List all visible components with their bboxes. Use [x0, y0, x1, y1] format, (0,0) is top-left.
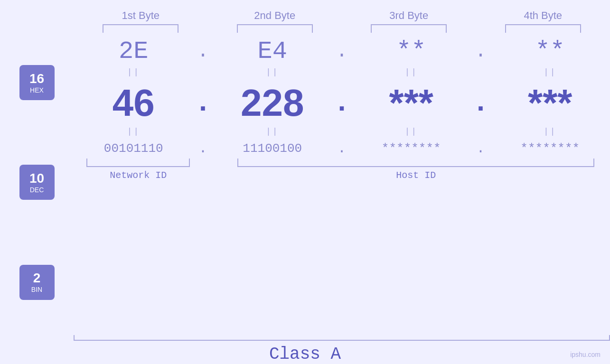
byte-headers: 1st Byte 2nd Byte 3rd Byte 4th Byte: [0, 9, 610, 22]
parallel-7: ||: [404, 127, 418, 136]
badges-column: 16 HEX 10 DEC 2 BIN: [0, 33, 74, 332]
dec-b2-cell: 228: [213, 81, 333, 125]
host-bracket-line: [237, 159, 594, 167]
bracket-cell-1: [74, 24, 208, 33]
bottom-bracket-row: [74, 159, 610, 167]
bin-b3: ********: [382, 141, 441, 156]
hex-b1: 2E: [119, 37, 148, 65]
dec-b4-cell: ***: [490, 81, 610, 125]
hex-badge-label: HEX: [30, 86, 44, 94]
bin-badge-label: BIN: [31, 286, 42, 293]
label-gap: [203, 170, 222, 181]
overall-bracket: [74, 335, 610, 341]
dec-b3-cell: ***: [351, 81, 471, 125]
parallel-1: ||: [127, 67, 140, 77]
hex-row: 2E . E4 . ** . **: [74, 37, 610, 65]
parallel-4: ||: [544, 67, 557, 77]
byte2-header: 2nd Byte: [208, 9, 342, 22]
bracket-line-1: [103, 24, 178, 33]
dec-row: 46 . 228 . *** . ***: [74, 81, 610, 125]
overall-bracket-wrapper: [0, 335, 610, 341]
dec-b4: ***: [528, 81, 572, 125]
bin-badge-num: 2: [33, 271, 41, 286]
hex-b2: E4: [258, 37, 287, 65]
hex-b4-cell: **: [490, 37, 610, 65]
bin-b3-cell: ********: [351, 141, 471, 156]
equals-row-2: || || || ||: [74, 125, 610, 138]
bracket-line-2: [237, 24, 313, 33]
dec-badge: 10 DEC: [19, 165, 55, 200]
eq2-b4: ||: [490, 127, 610, 136]
bin-b2: 11100100: [243, 141, 302, 156]
hex-b3-cell: **: [351, 37, 471, 65]
bin-dot-2: .: [332, 140, 351, 157]
host-bracket-wrapper: [222, 159, 610, 167]
dec-b3: ***: [389, 81, 433, 125]
hex-b4: **: [535, 37, 565, 65]
eq2-b1: ||: [74, 127, 194, 136]
bracket-line-3: [371, 24, 447, 33]
network-id-label: Network ID: [74, 170, 203, 181]
byte1-header: 1st Byte: [74, 9, 208, 22]
bin-b2-cell: 11100100: [213, 141, 333, 156]
parallel-2: ||: [266, 67, 279, 77]
bracket-cell-2: [208, 24, 342, 33]
content-wrapper: 16 HEX 10 DEC 2 BIN 2E . E4: [0, 33, 610, 332]
dec-badge-num: 10: [29, 171, 44, 186]
eq1-b2: ||: [213, 67, 333, 77]
watermark: ipshu.com: [570, 351, 601, 358]
id-labels-row: Network ID Host ID: [74, 170, 610, 181]
main-container: 1st Byte 2nd Byte 3rd Byte 4th Byte 16 H…: [0, 0, 610, 364]
eq1-b1: ||: [74, 67, 194, 77]
equals-row-1: || || || ||: [74, 65, 610, 79]
byte3-header: 3rd Byte: [342, 9, 476, 22]
parallel-3: ||: [404, 67, 418, 77]
hex-badge: 16 HEX: [19, 65, 55, 100]
dec-b1-cell: 46: [74, 81, 194, 125]
parallel-8: ||: [544, 127, 557, 136]
class-label: Class A: [269, 345, 341, 364]
bin-dot-1: .: [194, 140, 213, 157]
byte4-header: 4th Byte: [476, 9, 610, 22]
bin-b4: ********: [520, 141, 580, 156]
bin-badge: 2 BIN: [19, 265, 55, 300]
hex-b3: **: [396, 37, 426, 65]
eq1-b3: ||: [351, 67, 471, 77]
hex-dot-3: .: [471, 41, 490, 62]
network-bracket-line: [86, 159, 190, 167]
dec-b2: 228: [241, 81, 304, 125]
bracket-cell-3: [342, 24, 476, 33]
host-id-label: Host ID: [222, 170, 610, 181]
parallel-6: ||: [266, 127, 279, 136]
bracket-line-4: [505, 24, 581, 33]
parallel-5: ||: [127, 127, 140, 136]
dec-dot-1: .: [194, 87, 213, 119]
eq2-b2: ||: [213, 127, 333, 136]
eq1-b4: ||: [490, 67, 610, 77]
bin-b1: 00101110: [104, 141, 163, 156]
dec-dot-3: .: [471, 87, 490, 119]
hex-badge-num: 16: [29, 72, 44, 86]
top-brackets: [0, 24, 610, 33]
eq2-b3: ||: [351, 127, 471, 136]
net-bracket-wrapper: [74, 159, 203, 167]
hex-b2-cell: E4: [213, 37, 333, 65]
bracket-cell-4: [476, 24, 610, 33]
dec-b1: 46: [113, 81, 155, 125]
bin-row: 00101110 . 11100100 . ******** . *******…: [74, 140, 610, 157]
hex-b1-cell: 2E: [74, 37, 194, 65]
dec-dot-2: .: [332, 87, 351, 119]
bin-b1-cell: 00101110: [74, 141, 194, 156]
values-area: 2E . E4 . ** . ** || ||: [74, 33, 610, 332]
bin-dot-3: .: [471, 140, 490, 157]
hex-dot-2: .: [332, 41, 351, 62]
bin-b4-cell: ********: [490, 141, 610, 156]
dec-badge-label: DEC: [30, 186, 44, 194]
hex-dot-1: .: [194, 41, 213, 62]
